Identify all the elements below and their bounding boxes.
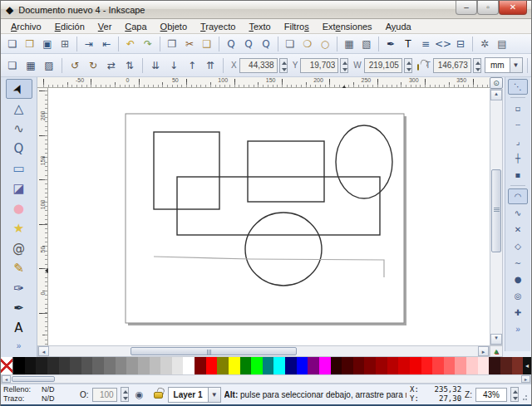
ungroup-objects[interactable]: ▧ bbox=[358, 36, 375, 52]
tool-rectangle[interactable]: ▭ bbox=[6, 159, 32, 179]
y-spinner[interactable] bbox=[340, 58, 348, 73]
tool-tweak[interactable]: ∿ bbox=[6, 119, 32, 139]
color-managed-display-toggle[interactable]: ▲ bbox=[490, 345, 503, 357]
color-swatch[interactable] bbox=[319, 357, 331, 374]
text-dialog[interactable]: T bbox=[400, 36, 416, 52]
raise-to-top[interactable]: ⇈ bbox=[202, 57, 219, 74]
layer-lock-icon[interactable] bbox=[154, 392, 163, 399]
lock-ratio-icon[interactable] bbox=[417, 64, 419, 71]
color-swatch[interactable] bbox=[410, 357, 421, 374]
flip-horizontal[interactable]: ⇄ bbox=[103, 57, 120, 74]
print-document[interactable]: ⊞ bbox=[57, 36, 73, 52]
tool-ellipse[interactable]: ● bbox=[6, 198, 32, 218]
color-swatch[interactable] bbox=[47, 357, 59, 374]
redo[interactable]: ↷ bbox=[140, 36, 156, 52]
tool-pencil[interactable]: ✎ bbox=[6, 258, 32, 278]
zoom-to-page[interactable]: Q bbox=[258, 36, 274, 52]
export-bitmap[interactable]: ⇤ bbox=[98, 36, 115, 52]
color-swatch[interactable] bbox=[387, 357, 399, 374]
width-spinner[interactable] bbox=[404, 58, 412, 73]
color-swatch[interactable] bbox=[70, 357, 81, 374]
x-spinner[interactable] bbox=[279, 58, 288, 73]
zoom-input[interactable] bbox=[475, 388, 507, 402]
color-swatch[interactable] bbox=[263, 357, 274, 374]
color-swatch[interactable] bbox=[398, 357, 410, 374]
color-swatch[interactable] bbox=[376, 357, 387, 374]
zoom-spinner[interactable] bbox=[510, 387, 519, 402]
snap-smooth-nodes[interactable]: ∼ bbox=[508, 255, 528, 271]
scroll-up-arrow-icon[interactable]: ▴ bbox=[490, 90, 502, 100]
copy[interactable]: ❐ bbox=[164, 36, 180, 52]
palette-scrollbar[interactable]: ◂ ▸ bbox=[1, 374, 531, 384]
snap-path-intersections[interactable]: ✕ bbox=[508, 222, 528, 237]
menu-ayuda[interactable]: Ayuda bbox=[379, 21, 418, 32]
opacity-input[interactable] bbox=[92, 388, 117, 402]
create-clone[interactable]: ❍ bbox=[299, 36, 316, 52]
color-swatch[interactable] bbox=[512, 357, 524, 374]
color-swatch[interactable] bbox=[240, 357, 252, 374]
color-swatch[interactable] bbox=[59, 357, 71, 374]
layers-dialog[interactable]: ≡ bbox=[417, 36, 434, 52]
color-swatch[interactable] bbox=[432, 357, 444, 374]
color-swatch[interactable] bbox=[206, 357, 218, 374]
layer-dropdown-arrow-icon[interactable]: ▼ bbox=[208, 388, 220, 402]
color-swatch[interactable] bbox=[160, 357, 172, 374]
color-swatch[interactable] bbox=[92, 357, 104, 374]
lower-to-bottom[interactable]: ⇊ bbox=[147, 57, 164, 74]
menu-extensiones[interactable]: Extensiones bbox=[316, 21, 379, 32]
paste[interactable]: ❑ bbox=[199, 36, 215, 52]
snap-paths[interactable]: ∿ bbox=[508, 205, 528, 221]
deselect[interactable]: ▨ bbox=[41, 57, 57, 74]
menu-ver[interactable]: Ver bbox=[91, 21, 119, 32]
snap-bbox-edge-midpoints[interactable]: ┼ bbox=[508, 150, 528, 166]
opacity-spinner[interactable] bbox=[121, 387, 129, 402]
tool-3dbox[interactable]: ◪ bbox=[6, 179, 32, 198]
snap-object-centers[interactable]: ◎ bbox=[508, 288, 528, 304]
select-all-in-all-layers[interactable]: ▦ bbox=[22, 57, 39, 74]
fill-stroke-indicator[interactable]: Relleno: N/D Trazo: N/D bbox=[3, 385, 76, 404]
color-swatch[interactable] bbox=[36, 357, 47, 374]
title-bar[interactable]: ◆ Documento nuevo 4 - Inkscape – ▫ ✕ bbox=[1, 1, 531, 19]
xml-editor[interactable]: <> bbox=[435, 36, 451, 52]
width-input[interactable] bbox=[364, 58, 402, 73]
color-swatch[interactable] bbox=[13, 357, 25, 374]
vertical-ruler[interactable]: 200150100500 bbox=[37, 88, 48, 345]
units-dropdown-arrow-icon[interactable]: ▼ bbox=[510, 58, 522, 72]
tool-bezier-pen[interactable]: ✑ bbox=[6, 278, 32, 298]
rotate-90-ccw[interactable]: ↺ bbox=[66, 57, 83, 74]
menu-objeto[interactable]: Objeto bbox=[154, 21, 194, 32]
palette-scroll-left-icon[interactable]: ◂ bbox=[2, 375, 11, 383]
y-input[interactable] bbox=[300, 58, 338, 73]
flip-vertical[interactable]: ⇅ bbox=[121, 57, 138, 74]
color-swatch[interactable] bbox=[104, 357, 116, 374]
scroll-right-arrow-icon[interactable]: ▸ bbox=[478, 346, 489, 356]
tool-text[interactable]: A bbox=[6, 318, 32, 338]
layer-visibility-toggle[interactable]: ◉ bbox=[132, 387, 147, 402]
color-swatch[interactable] bbox=[331, 357, 342, 374]
color-swatch[interactable] bbox=[251, 357, 263, 374]
select-all[interactable]: ❏ bbox=[4, 57, 21, 74]
resize-grip[interactable] bbox=[522, 388, 529, 401]
tool-spiral[interactable]: @ bbox=[6, 238, 32, 258]
menu-archivo[interactable]: Archivo bbox=[4, 21, 48, 32]
color-swatch[interactable] bbox=[183, 357, 195, 374]
vertical-scrollbar[interactable]: ▴ ▾ bbox=[490, 89, 503, 345]
close-button[interactable]: ✕ bbox=[499, 1, 527, 15]
unlink-clone[interactable]: ○ bbox=[317, 36, 333, 52]
duplicate[interactable]: ❏ bbox=[282, 36, 298, 52]
color-swatch[interactable] bbox=[466, 357, 478, 374]
height-input[interactable] bbox=[433, 58, 471, 73]
color-swatch[interactable] bbox=[364, 357, 376, 374]
snapbar-overflow-chevron[interactable]: » bbox=[515, 325, 520, 334]
color-swatch[interactable] bbox=[116, 357, 127, 374]
cut[interactable]: ✂ bbox=[181, 36, 198, 52]
menu-edición[interactable]: Edición bbox=[48, 21, 91, 32]
layer-dropdown[interactable]: Layer 1 ▼ bbox=[168, 387, 221, 403]
palette-scroll-right-icon[interactable]: ▸ bbox=[521, 375, 530, 383]
swatch-none[interactable] bbox=[1, 357, 13, 374]
color-swatch[interactable] bbox=[217, 357, 229, 374]
color-swatch[interactable] bbox=[478, 357, 490, 374]
open-document[interactable]: ❒ bbox=[22, 36, 38, 52]
group-objects[interactable]: ▦ bbox=[341, 36, 357, 52]
snap-bbox-edges[interactable]: ┄ bbox=[508, 117, 528, 133]
